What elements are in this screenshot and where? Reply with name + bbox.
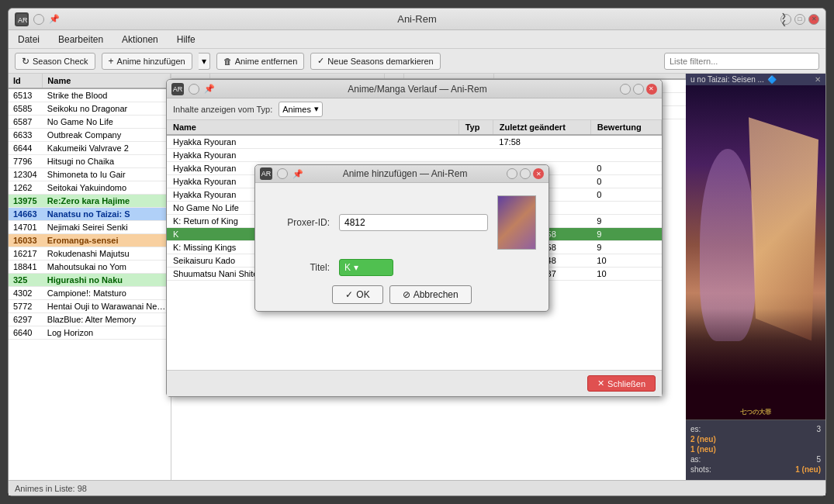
anime-list-row[interactable]: 1262Seitokai Yakuindomo: [9, 181, 171, 195]
anime-list-row[interactable]: 6633Outbreak Company: [9, 129, 171, 142]
filter-input[interactable]: [664, 53, 819, 70]
hinzufugen-wm-controls: ✕: [507, 168, 544, 179]
hinzufugen-minimize[interactable]: [277, 168, 288, 179]
titel-dropdown[interactable]: K ▾: [339, 259, 393, 276]
verlauf-row[interactable]: Hyakka Ryouran: [167, 149, 662, 162]
new-seasons-button[interactable]: ✓ Neue Seasons demarkieren: [310, 53, 440, 70]
anime-id-cell: 16033: [9, 234, 43, 247]
anime-name-cell: Shimoneta to Iu Gair: [43, 168, 171, 181]
right-tab-title: u no Taizai: Seisen ...: [690, 75, 764, 84]
chevron-down-icon: ▾: [202, 56, 206, 67]
anime-id-cell: 5772: [9, 300, 43, 313]
menu-datei[interactable]: Datei: [15, 33, 43, 46]
anime-name-cell: Seitokai Yakuindomo: [43, 181, 171, 195]
add-anime-button[interactable]: + Anime hinzufügen: [102, 53, 192, 70]
verlauf-row[interactable]: Hyakka Ryouran17:58: [167, 135, 662, 149]
pin-icon[interactable]: 📌: [49, 14, 60, 24]
anime-list-row[interactable]: 4302Campione!: Matsturo: [9, 287, 171, 300]
hinzufugen-restore[interactable]: [507, 168, 517, 179]
cancel-label: Abbrechen: [414, 289, 459, 300]
wm-close-btn[interactable]: ✕: [808, 14, 819, 25]
right-close-icon[interactable]: ✕: [815, 75, 821, 84]
trash-icon: 🗑: [223, 57, 232, 66]
anime-list-row[interactable]: 14663Nanatsu no Taizai: S: [9, 208, 171, 221]
anime-list-row[interactable]: 5772Hentai Ouji to Warawanai Neko: [9, 300, 171, 313]
proxer-id-input[interactable]: [339, 214, 488, 231]
verlauf-close-btn[interactable]: ✕: [646, 84, 657, 95]
verlauf-close-button[interactable]: ✕ Schließen: [587, 375, 656, 392]
anime-list-row[interactable]: 16217Rokudenashi Majutsu: [9, 247, 171, 261]
verlauf-wm-controls: ✕: [620, 84, 657, 95]
extra-col-name: [210, 74, 385, 79]
anime-list-row[interactable]: 16033Eromanga-sensei: [9, 234, 171, 247]
verlauf-minimize[interactable]: [189, 84, 199, 95]
anime-name-cell: Campione!: Matsturo: [43, 287, 171, 300]
menu-bearbeiten[interactable]: Bearbeiten: [55, 33, 106, 46]
anime-list-row[interactable]: 325Higurashi no Naku: [9, 274, 171, 287]
verlauf-cell-bewertung: [590, 149, 661, 162]
anime-list-row[interactable]: 7796Hitsugi no Chaika: [9, 155, 171, 168]
verlauf-titlebar: AR 📌 Anime/Manga Verlauf — Ani-Rem ✕: [167, 80, 662, 98]
anime-id-cell: 325: [9, 274, 43, 287]
right-label-as: as:: [690, 455, 701, 464]
menu-aktionen[interactable]: Aktionen: [119, 33, 161, 46]
verlauf-pin-icon[interactable]: 📌: [204, 84, 215, 94]
anime-list-row[interactable]: 13975Re:Zero kara Hajime: [9, 195, 171, 208]
verlauf-cell-date: 17:58: [493, 135, 590, 149]
hinzufugen-pin-icon[interactable]: 📌: [292, 169, 303, 179]
anime-list-row[interactable]: 6585Seikoku no Dragonar: [9, 102, 171, 116]
hinzufugen-maximize[interactable]: [520, 168, 531, 179]
verlauf-restore-btn[interactable]: [620, 84, 631, 95]
verlauf-cell-bewertung: 9: [590, 241, 661, 254]
menu-hilfe[interactable]: Hilfe: [174, 33, 199, 46]
dialog-image-preview: [497, 195, 536, 250]
dialog-cancel-button[interactable]: ⊘ Abbrechen: [389, 285, 472, 304]
anime-list-row[interactable]: 6297BlazBlue: Alter Memory: [9, 313, 171, 326]
verlauf-type-select[interactable]: Animes ▾: [279, 102, 323, 117]
anime-list-row[interactable]: 12304Shimoneta to Iu Gair: [9, 168, 171, 181]
anime-id-cell: 6585: [9, 102, 43, 116]
add-anime-dropdown-arrow[interactable]: ▾: [199, 53, 210, 70]
ok-label: OK: [356, 289, 369, 300]
wm-maximize-btn[interactable]: □: [794, 14, 805, 25]
plus-icon: +: [109, 56, 114, 67]
right-side-content: 七つの大罪: [686, 85, 825, 419]
verlauf-title: Anime/Manga Verlauf — Ani-Rem: [348, 84, 486, 95]
title-minimize-btn[interactable]: [33, 14, 44, 25]
verlauf-cell-bewertung: 0: [590, 175, 661, 188]
anime-id-cell: 12304: [9, 168, 43, 181]
right-side-tabs: u no Taizai: Seisen ... 🔷 ✕: [686, 74, 825, 85]
right-info-as: as: 5: [690, 455, 821, 464]
remove-anime-button[interactable]: 🗑 Anime entfernen: [216, 53, 305, 70]
col-id: Id: [9, 74, 43, 88]
season-check-button[interactable]: ↻ Season Check: [15, 53, 95, 70]
anime-name-cell: Hitsugi no Chaika: [43, 155, 171, 168]
hinzufugen-titlebar: AR 📌 Anime hinzufügen — Ani-Rem ✕: [255, 165, 549, 183]
anime-list-row[interactable]: 6640Log Horizon: [9, 326, 171, 340]
anime-list-row[interactable]: 18841Mahoutsukai no Yom: [9, 261, 171, 274]
proxer-id-row: Proxer-ID:: [268, 195, 536, 250]
verlauf-cell-name: Hyakka Ryouran: [167, 135, 459, 149]
anime-list-row[interactable]: 6587No Game No Life: [9, 116, 171, 129]
hinzufugen-close-btn[interactable]: ✕: [533, 168, 544, 179]
verlauf-cell-bewertung: 0: [590, 188, 661, 202]
menubar: Datei Bearbeiten Aktionen Hilfe: [9, 30, 825, 49]
verlauf-type-chevron: ▾: [314, 104, 319, 114]
anime-name-cell: Outbreak Company: [43, 129, 171, 142]
right-pin-icon[interactable]: 🔷: [767, 75, 777, 84]
anime-list-row[interactable]: 6644Kakumeiki Valvrave 2: [9, 142, 171, 155]
right-info-neu2: 1 (neu): [690, 445, 821, 454]
app-icon: AR: [15, 12, 29, 26]
right-value-neu1: 2 (neu): [690, 435, 716, 444]
anime-cover-art: 七つの大罪: [686, 85, 825, 419]
anime-id-cell: 6297: [9, 313, 43, 326]
verlauf-col-typ: Typ: [459, 120, 493, 135]
right-value-shots: 1 (neu): [795, 465, 821, 474]
dialog-ok-button[interactable]: ✓ OK: [332, 285, 382, 304]
anime-id-cell: 7796: [9, 155, 43, 168]
anime-list-row[interactable]: 6513Strike the Blood: [9, 88, 171, 102]
wm-restore-btn[interactable]: ❯❮: [780, 14, 791, 25]
title-bar: AR 📌 Ani-Rem ❯❮ □ ✕: [9, 9, 825, 30]
verlauf-maximize-btn[interactable]: [633, 84, 644, 95]
anime-list-row[interactable]: 14701Nejimaki Seirei Senki: [9, 221, 171, 234]
